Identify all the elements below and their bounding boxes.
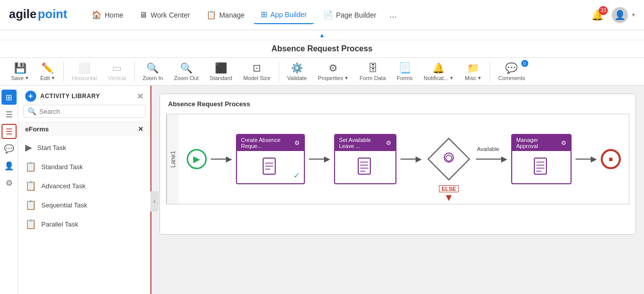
search-icon: 🔍 <box>28 107 36 115</box>
edit-button[interactable]: ✏️ Edit ▼ <box>35 60 60 83</box>
validate-label: Validate <box>287 75 307 81</box>
canvas-process-title: Absence Request Process <box>166 100 629 108</box>
standard-button[interactable]: ⬛ Standard <box>205 60 237 83</box>
notification-button[interactable]: 🔔 33 <box>591 9 604 21</box>
collapse-panel-button[interactable]: ‹ <box>150 191 158 211</box>
form-data-label: Form Data <box>360 75 386 81</box>
save-button[interactable]: 💾 Save ▼ <box>6 60 34 83</box>
page-builder-icon: 📄 <box>323 10 333 20</box>
checkmark-icon: ✓ <box>293 171 300 180</box>
list-item[interactable]: 📋 Sequential Task <box>18 195 150 214</box>
nav-manage[interactable]: 📋 Manage <box>199 6 252 24</box>
flow-arrow-2: ▶ <box>309 155 330 163</box>
create-absence-task[interactable]: Create Absence Reque... ⚙ ✓ <box>236 134 305 184</box>
page-title: Absence Request Process <box>272 44 373 53</box>
nav-page-builder[interactable]: 📄 Page Builder <box>316 6 383 24</box>
main-layout: ⊞ ☰ ☰ 💬 👤 ⚙ + ACTIVITY LIBRARY ✕ <box>0 86 644 294</box>
forms-label: Forms <box>397 75 413 81</box>
comments-icon: 💬 <box>505 62 518 74</box>
user-menu[interactable]: 👤 ▼ <box>612 7 636 23</box>
form-data-button[interactable]: 🗄 Form Data <box>355 60 391 83</box>
task-document-icon <box>260 157 280 177</box>
process-title-bar: Absence Request Process <box>0 40 644 58</box>
logo[interactable]: agile point <box>8 5 68 25</box>
manager-approval-label: Manager Approval <box>516 137 561 149</box>
list-item[interactable]: 📋 Advanced Task <box>18 176 150 195</box>
set-available-leave-body <box>335 151 395 183</box>
zoom-in-label: Zoom In <box>143 75 163 81</box>
model-size-icon: ⊡ <box>253 62 261 74</box>
flow-arrow-1: ▶ <box>211 155 232 163</box>
side-icon-user[interactable]: 👤 <box>2 158 17 173</box>
comments-button[interactable]: 💬 Comments 0 <box>493 60 530 83</box>
available-label: Available <box>477 146 499 152</box>
side-icon-grid[interactable]: ⊞ <box>2 90 17 105</box>
activity-header-left: + ACTIVITY LIBRARY <box>25 91 100 102</box>
list-item[interactable]: 📋 Standard Task <box>18 157 150 176</box>
nav-home[interactable]: 🏠 Home <box>85 6 130 24</box>
task-document-icon-3 <box>531 157 551 177</box>
end-event[interactable]: ■ <box>601 149 621 169</box>
set-available-leave-gear-icon[interactable]: ⚙ <box>386 139 391 146</box>
vertical-icon: ▭ <box>112 62 122 74</box>
nav-work-center[interactable]: 🖥 Work Center <box>132 7 197 24</box>
create-absence-label: Create Absence Reque... <box>241 137 294 149</box>
list-item[interactable]: 📋 Parallel Task <box>18 214 150 234</box>
parallel-task-icon: 📋 <box>25 218 36 230</box>
nav-home-label: Home <box>105 11 123 19</box>
model-size-button[interactable]: ⊡ Model Size <box>238 60 275 83</box>
toolbar-divider-4 <box>490 61 490 82</box>
add-activity-button[interactable]: + <box>25 91 36 102</box>
app-builder-icon: ⊞ <box>261 10 267 19</box>
side-icon-chat[interactable]: 💬 <box>2 141 17 156</box>
play-icon: ▶ <box>193 154 200 165</box>
misc-button[interactable]: 📁 Misc ▼ <box>460 60 487 83</box>
end-event-circle: ■ <box>601 149 621 169</box>
validate-button[interactable]: ⚙️ Validate <box>282 60 312 83</box>
start-task-label: Start Task <box>37 144 66 152</box>
gateway-diamond[interactable] <box>428 138 470 181</box>
list-item[interactable]: ▶ Start Task <box>18 138 150 157</box>
horizontal-button[interactable]: ⬜ Horizontal <box>67 60 102 83</box>
svg-text:point: point <box>38 7 67 21</box>
collapse-bar[interactable]: ▲ <box>0 30 644 40</box>
manager-approval-task[interactable]: Manager Approval ⚙ <box>511 134 572 184</box>
save-icon: 💾 <box>14 62 27 74</box>
side-icon-settings[interactable]: ⚙ <box>2 175 17 190</box>
save-label: Save ▼ <box>11 75 29 81</box>
nav-app-builder-label: App Builder <box>270 11 306 19</box>
toolbar-divider-1 <box>63 61 64 82</box>
notifications-button[interactable]: 🔔 Notificat... ▼ <box>419 60 459 83</box>
side-icon-edit[interactable]: ☰ <box>2 124 17 139</box>
else-arrow-icon: ▼ <box>444 192 454 202</box>
standard-task-label: Standard Task <box>41 163 83 171</box>
nav-app-builder[interactable]: ⊞ App Builder <box>254 6 313 24</box>
eforms-label: eForms <box>25 125 49 133</box>
horizontal-label: Horizontal <box>72 75 97 81</box>
search-input[interactable] <box>39 108 141 115</box>
manager-approval-body <box>512 151 571 183</box>
eforms-category[interactable]: eForms ✕ <box>18 122 150 136</box>
zoom-in-button[interactable]: 🔍 Zoom In <box>138 60 168 83</box>
close-panel-button[interactable]: ✕ <box>137 92 144 101</box>
zoom-out-button[interactable]: 🔍 Zoom Out <box>169 60 204 83</box>
nav-page-builder-label: Page Builder <box>336 11 376 19</box>
properties-button[interactable]: ⚙ Properties ▼ <box>313 60 354 83</box>
comments-count-badge: 0 <box>521 60 528 67</box>
toolbar: 💾 Save ▼ ✏️ Edit ▼ ⬜ Horizontal ▭ Vertic… <box>0 58 644 86</box>
stop-icon: ■ <box>609 155 613 163</box>
properties-icon: ⚙ <box>329 62 338 74</box>
else-flow: ELSE ▼ <box>439 185 459 202</box>
svg-text:agile: agile <box>9 7 37 21</box>
set-available-leave-task[interactable]: Set Available Leave ... ⚙ <box>334 134 396 184</box>
nav-more-button[interactable]: ... <box>385 6 401 24</box>
canvas-area[interactable]: Absence Request Process Lane1 ▶ ▶ <box>151 86 644 294</box>
create-absence-gear-icon[interactable]: ⚙ <box>294 139 300 146</box>
forms-button[interactable]: 📃 Forms <box>392 60 418 83</box>
side-icon-list[interactable]: ☰ <box>2 107 17 122</box>
close-eforms-icon: ✕ <box>138 125 143 133</box>
flow-arrow-3: ▶ <box>400 155 422 163</box>
manager-approval-gear-icon[interactable]: ⚙ <box>561 139 567 146</box>
start-event[interactable]: ▶ <box>187 149 207 169</box>
vertical-button[interactable]: ▭ Vertical <box>103 60 131 83</box>
